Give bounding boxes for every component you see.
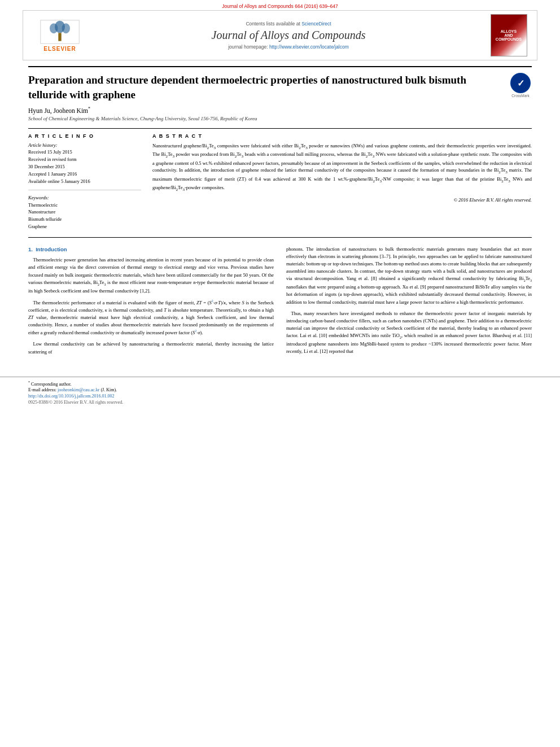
received-date: Received 15 July 2015 bbox=[28, 149, 141, 156]
article-title-section: Preparation and structure dependent ther… bbox=[28, 66, 532, 102]
journal-top-bar: Journal of Alloys and Compounds 664 (201… bbox=[0, 0, 560, 10]
body-para-1: Thermoelectric power generation has attr… bbox=[28, 256, 274, 295]
elsevier-text: ELSEVIER bbox=[43, 46, 76, 52]
contents-available: Contents lists available at ScienceDirec… bbox=[91, 21, 486, 27]
received-revised-label: Received in revised form bbox=[28, 156, 141, 163]
sciencedirect-link[interactable]: ScienceDirect bbox=[301, 21, 331, 27]
crossmark-badge: ✓ CrossMark bbox=[509, 73, 532, 98]
elsevier-logo-image bbox=[37, 19, 82, 45]
article-authors: Hyun Ju, Jooheon Kim* bbox=[28, 106, 532, 114]
received-revised-date: 30 December 2015 bbox=[28, 164, 141, 171]
section-1-link[interactable]: 1. Introduction bbox=[28, 246, 67, 252]
abstract-column: A B S T R A C T Nanostructured graphene/… bbox=[152, 133, 532, 230]
svg-point-3 bbox=[62, 23, 70, 33]
body-left-column: 1. Introduction Thermoelectric power gen… bbox=[28, 246, 274, 360]
journal-citation: Journal of Alloys and Compounds 664 (201… bbox=[222, 3, 338, 9]
footer-doi-link[interactable]: http://dx.doi.org/10.1016/j.jallcom.2016… bbox=[28, 394, 115, 399]
article-info-abstract-section: A R T I C L E I N F O Article history: R… bbox=[28, 128, 532, 230]
journal-header-left: ELSEVIER bbox=[29, 19, 91, 52]
journal-homepage: journal homepage: http://www.elsevier.co… bbox=[91, 44, 486, 50]
keyword-2: Nanostructure bbox=[28, 208, 141, 216]
svg-point-2 bbox=[50, 23, 58, 33]
abstract-label: A B S T R A C T bbox=[152, 133, 532, 139]
article-title: Preparation and structure dependent ther… bbox=[28, 73, 509, 102]
keywords-label: Keywords: bbox=[28, 195, 141, 200]
footer-email-link[interactable]: jooheonkim@cau.ac.kr bbox=[58, 387, 99, 392]
body-columns: 1. Introduction Thermoelectric power gen… bbox=[28, 246, 532, 360]
body-para-3: Low thermal conductivity can be achieved… bbox=[28, 340, 274, 355]
info-divider bbox=[28, 190, 141, 190]
footer-corresponding: * Corresponding author. bbox=[28, 381, 532, 387]
footer-email: E-mail address: jooheonkim@cau.ac.kr (J.… bbox=[28, 387, 532, 392]
body-para-4: phonons. The introduction of nanostructu… bbox=[286, 246, 532, 306]
journal-thumbnail: ALLOYSANDCOMPOUNDS bbox=[491, 14, 527, 56]
journal-header: ELSEVIER Contents lists available at Sci… bbox=[23, 10, 537, 60]
journal-header-center: Contents lists available at ScienceDirec… bbox=[91, 21, 486, 50]
keyword-1: Thermoelectric bbox=[28, 202, 141, 209]
article-footer: * Corresponding author. E-mail address: … bbox=[0, 377, 560, 408]
available-date: Available online 5 January 2016 bbox=[28, 178, 141, 185]
footer-issn: 0925-8388/© 2016 Elsevier B.V. All right… bbox=[28, 400, 532, 405]
article-info-column: A R T I C L E I N F O Article history: R… bbox=[28, 133, 141, 230]
section-1-heading: 1. Introduction bbox=[28, 246, 274, 254]
body-para-5: Thus, many researchers have investigated… bbox=[286, 310, 532, 356]
keyword-3: Bismuth telluride bbox=[28, 216, 141, 223]
article-affiliation: School of Chemical Engineering & Materia… bbox=[28, 116, 532, 121]
article-info-label: A R T I C L E I N F O bbox=[28, 133, 141, 139]
copyright-line: © 2016 Elsevier B.V. All rights reserved… bbox=[152, 197, 532, 203]
svg-rect-4 bbox=[58, 33, 61, 41]
crossmark-icon: ✓ bbox=[510, 73, 531, 93]
history-label: Article history: bbox=[28, 142, 141, 148]
accepted-date: Accepted 1 January 2016 bbox=[28, 171, 141, 178]
body-para-2: The thermoelectric performance of a mate… bbox=[28, 299, 274, 337]
keyword-4: Graphene bbox=[28, 223, 141, 230]
body-right-column: phonons. The introduction of nanostructu… bbox=[286, 246, 532, 360]
journal-main-title: Journal of Alloys and Compounds bbox=[91, 29, 486, 42]
crossmark-label: CrossMark bbox=[509, 94, 532, 98]
elsevier-logo: ELSEVIER bbox=[29, 19, 91, 52]
abstract-text: Nanostructured graphene/Bi2Te3 composite… bbox=[152, 142, 532, 193]
article-body: 1. Introduction Thermoelectric power gen… bbox=[28, 237, 532, 360]
journal-header-right: ALLOYSANDCOMPOUNDS bbox=[486, 14, 531, 56]
journal-homepage-link[interactable]: http://www.elsevier.com/locate/jalcom bbox=[269, 44, 349, 50]
article-wrapper: Preparation and structure dependent ther… bbox=[0, 60, 560, 371]
footer-doi: http://dx.doi.org/10.1016/j.jallcom.2016… bbox=[28, 394, 532, 399]
